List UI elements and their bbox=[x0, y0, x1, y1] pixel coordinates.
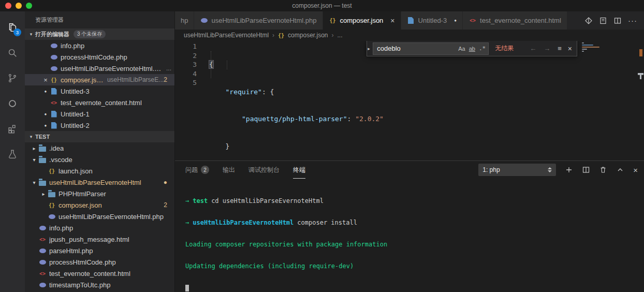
tree-item-file[interactable]: launch.json bbox=[25, 165, 174, 177]
open-editor-label: useHtmlLibParseEvernoteHtml.php bbox=[61, 65, 163, 72]
test-explorer-icon[interactable] bbox=[0, 141, 25, 167]
find-query: codeblo bbox=[377, 45, 455, 52]
breadcrumb: useHtmlLibParseEvernoteHtml › {} compose… bbox=[175, 30, 644, 41]
workbench: 3 bbox=[0, 11, 644, 292]
dirty-dot-icon[interactable]: ● bbox=[41, 112, 50, 116]
whole-word-icon[interactable]: ab bbox=[469, 46, 475, 52]
debug-icon[interactable] bbox=[0, 91, 25, 116]
editor-actions: ··· bbox=[578, 11, 644, 30]
source-control-icon[interactable] bbox=[0, 65, 25, 91]
workspace-header[interactable]: ▾ TEST bbox=[25, 131, 174, 142]
tab-bar: hp useHtmlLibParseEvernoteHtml.php compo… bbox=[175, 11, 644, 30]
open-editor-item-active[interactable]: × composer.json useHtmlLibParseE... 2 bbox=[25, 74, 174, 85]
open-editor-desc: ... bbox=[166, 65, 171, 72]
open-editor-item[interactable]: ● Untitled-3 bbox=[25, 85, 174, 97]
regex-icon[interactable]: .* bbox=[479, 45, 486, 52]
open-editor-item[interactable]: ● Untitled-2 bbox=[25, 120, 174, 131]
close-icon[interactable]: × bbox=[41, 76, 50, 84]
search-icon[interactable] bbox=[0, 40, 25, 65]
editor-group: hp useHtmlLibParseEvernoteHtml.php compo… bbox=[175, 11, 644, 292]
tree-item-file[interactable]: test_evernote_content.html bbox=[25, 268, 174, 279]
tree-item-folder[interactable]: ▾ .vscode bbox=[25, 154, 174, 165]
git-changes-badge: 2 bbox=[164, 201, 171, 209]
open-editor-label: Untitled-1 bbox=[61, 110, 90, 118]
tab-test-evernote-content-html[interactable]: test_evernote_content.html bbox=[463, 11, 567, 30]
more-actions-icon[interactable]: ··· bbox=[628, 18, 637, 23]
tab-composer-json[interactable]: composer.json × bbox=[323, 11, 401, 30]
split-terminal-icon[interactable] bbox=[582, 166, 590, 174]
terminal-output[interactable]: →testcd useHtmlLibParseEvernoteHtml →use… bbox=[175, 179, 644, 292]
kill-terminal-icon[interactable] bbox=[599, 166, 607, 174]
file-icon bbox=[50, 87, 58, 95]
close-icon[interactable]: × bbox=[566, 45, 576, 53]
find-input[interactable]: codeblo Aa ab .* bbox=[373, 42, 489, 55]
folder-open-icon bbox=[38, 155, 47, 164]
open-changes-icon[interactable] bbox=[584, 17, 593, 25]
php-icon bbox=[50, 64, 58, 72]
folder-icon bbox=[38, 144, 47, 152]
minimap[interactable] bbox=[582, 42, 603, 53]
tree-item-file[interactable]: info.php bbox=[25, 222, 174, 233]
html-icon bbox=[50, 98, 58, 107]
open-editor-item[interactable]: test_evernote_content.html bbox=[25, 97, 174, 108]
tree-item-file[interactable]: timestampToUtc.php bbox=[25, 279, 174, 290]
tree-item-file[interactable]: useHtmlLibParseEvernoteHtml.php bbox=[25, 211, 174, 222]
tab-untitled-3[interactable]: Untitled-3 ● bbox=[401, 11, 463, 30]
panel-tab-output[interactable]: 输出 bbox=[223, 161, 235, 179]
json-icon: {} bbox=[278, 33, 284, 38]
tree-item-file[interactable]: processHtmlCode.php bbox=[25, 256, 174, 268]
breadcrumb-item[interactable]: composer.json bbox=[288, 32, 328, 39]
tree-item-label: processHtmlCode.php bbox=[49, 258, 116, 266]
new-terminal-icon[interactable] bbox=[565, 166, 573, 174]
panel-tab-terminal[interactable]: 终端 bbox=[293, 161, 305, 179]
tree-item-file[interactable]: parseHtml.php bbox=[25, 245, 174, 256]
terminal-select[interactable]: 1: php bbox=[478, 164, 556, 176]
tree-item-folder[interactable]: ▸ .idea bbox=[25, 142, 174, 154]
panel-tab-debug-console[interactable]: 调试控制台 bbox=[248, 161, 280, 179]
terminal-line bbox=[185, 284, 644, 291]
json-icon bbox=[329, 17, 337, 25]
open-editor-item[interactable]: processHtmlCode.php bbox=[25, 51, 174, 63]
zoom-window-button[interactable] bbox=[26, 3, 32, 9]
maximize-panel-icon[interactable] bbox=[616, 166, 624, 174]
html-icon bbox=[469, 17, 477, 25]
open-preview-icon[interactable] bbox=[599, 17, 607, 25]
open-editor-item[interactable]: ● Untitled-1 bbox=[25, 108, 174, 120]
tree-item-folder[interactable]: ▸ PHPHtmlParser bbox=[25, 188, 174, 199]
tab-useHtmlLibParseEvernoteHtml-php[interactable]: useHtmlLibParseEvernoteHtml.php bbox=[194, 11, 323, 30]
tab-label: useHtmlLibParseEvernoteHtml.php bbox=[211, 17, 316, 24]
find-in-selection-icon[interactable]: ≡ bbox=[555, 45, 564, 52]
unsaved-count-badge: 3 个未保存 bbox=[74, 30, 106, 38]
breadcrumb-item[interactable]: ... bbox=[337, 32, 342, 39]
explorer-icon[interactable]: 3 bbox=[0, 14, 25, 40]
panel-tab-label: 问题 bbox=[185, 166, 198, 174]
extensions-icon[interactable] bbox=[0, 116, 25, 141]
tree-item-label: useHtmlLibParseEvernoteHtml.php bbox=[58, 213, 164, 221]
open-editors-header[interactable]: ▾ 打开的编辑器 3 个未保存 bbox=[25, 28, 174, 40]
dirty-dot-icon[interactable]: ● bbox=[41, 89, 50, 94]
dirty-dot-icon[interactable]: ● bbox=[454, 18, 457, 23]
minimize-window-button[interactable] bbox=[16, 3, 22, 9]
modified-dot-icon: ● bbox=[164, 179, 171, 186]
code-editor[interactable]: 1 2 3 4 5 { "require": { "paquettg/php-h… bbox=[175, 41, 644, 160]
toggle-replace-icon[interactable]: ▸ bbox=[367, 46, 371, 51]
open-editor-item[interactable]: info.php bbox=[25, 40, 174, 51]
close-icon[interactable]: × bbox=[390, 17, 394, 25]
tree-item-file[interactable]: composer.json 2 bbox=[25, 199, 174, 211]
breadcrumb-item[interactable]: useHtmlLibParseEvernoteHtml bbox=[184, 32, 269, 39]
dirty-dot-icon[interactable]: ● bbox=[41, 123, 50, 128]
tab-label: test_evernote_content.html bbox=[480, 17, 561, 24]
find-previous-icon[interactable]: ← bbox=[527, 45, 539, 52]
tab-partial[interactable]: hp bbox=[175, 11, 194, 30]
tree-item-label: info.php bbox=[49, 224, 73, 232]
php-icon bbox=[38, 224, 47, 232]
close-panel-icon[interactable]: × bbox=[633, 166, 638, 174]
tree-item-folder[interactable]: ▾ useHtmlLibParseEvernoteHtml ● bbox=[25, 177, 174, 188]
close-window-button[interactable] bbox=[5, 3, 11, 9]
split-editor-icon[interactable] bbox=[613, 17, 622, 25]
open-editor-item[interactable]: useHtmlLibParseEvernoteHtml.php ... bbox=[25, 63, 174, 74]
panel-tab-problems[interactable]: 问题 2 bbox=[185, 161, 209, 179]
find-next-icon[interactable]: → bbox=[541, 45, 553, 52]
match-case-icon[interactable]: Aa bbox=[458, 46, 465, 52]
tree-item-file[interactable]: jpush_push_message.html bbox=[25, 233, 174, 245]
